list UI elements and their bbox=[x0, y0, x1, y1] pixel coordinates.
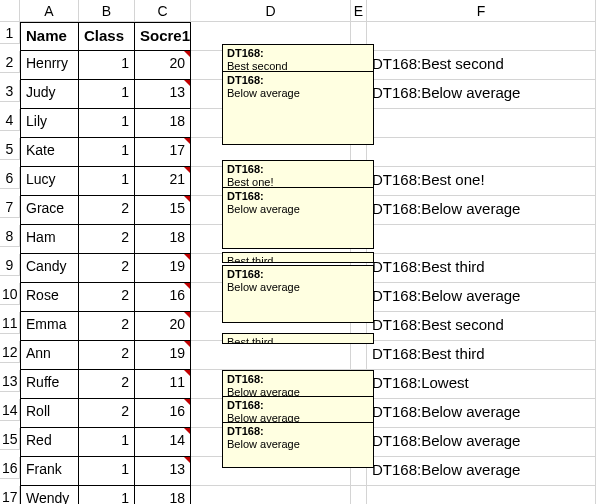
cell-f1[interactable] bbox=[367, 22, 596, 51]
cell-c17[interactable]: 18 bbox=[135, 486, 191, 504]
comment-indicator-icon[interactable] bbox=[184, 167, 190, 173]
cell-f11[interactable]: DT168:Best second bbox=[367, 312, 596, 341]
cell-c11[interactable]: 20 bbox=[135, 312, 191, 341]
cell-a11[interactable]: Emma bbox=[20, 312, 79, 341]
cell-b2[interactable]: 1 bbox=[79, 51, 135, 80]
cell-a4[interactable]: Lily bbox=[20, 109, 79, 138]
cell-a16[interactable]: Frank bbox=[20, 457, 79, 486]
row-header-7[interactable]: 7 bbox=[0, 196, 20, 218]
comment-indicator-icon[interactable] bbox=[184, 457, 190, 463]
cell-c15[interactable]: 14 bbox=[135, 428, 191, 457]
cell-f15[interactable]: DT168:Below average bbox=[367, 428, 596, 457]
col-header-b[interactable]: B bbox=[79, 0, 135, 22]
cell-f4[interactable] bbox=[367, 109, 596, 138]
cell-b4[interactable]: 1 bbox=[79, 109, 135, 138]
comment-indicator-icon[interactable] bbox=[184, 196, 190, 202]
col-header-c[interactable]: C bbox=[135, 0, 191, 22]
cell-a1[interactable]: Name bbox=[20, 22, 79, 51]
cell-a14[interactable]: Roll bbox=[20, 399, 79, 428]
comment-indicator-icon[interactable] bbox=[184, 283, 190, 289]
cell-f17[interactable] bbox=[367, 486, 596, 504]
cell-f3[interactable]: DT168:Below average bbox=[367, 80, 596, 109]
row-header-10[interactable]: 10 bbox=[0, 283, 20, 305]
cell-f2[interactable]: DT168:Best second bbox=[367, 51, 596, 80]
row-header-8[interactable]: 8 bbox=[0, 225, 20, 247]
cell-b6[interactable]: 1 bbox=[79, 167, 135, 196]
row-header-3[interactable]: 3 bbox=[0, 80, 20, 102]
comment-indicator-icon[interactable] bbox=[184, 254, 190, 260]
cell-c10[interactable]: 16 bbox=[135, 283, 191, 312]
cell-b9[interactable]: 2 bbox=[79, 254, 135, 283]
row-header-5[interactable]: 5 bbox=[0, 138, 20, 160]
cell-f12[interactable]: DT168:Best third bbox=[367, 341, 596, 370]
cell-c5[interactable]: 17 bbox=[135, 138, 191, 167]
cell-b3[interactable]: 1 bbox=[79, 80, 135, 109]
comment-indicator-icon[interactable] bbox=[184, 341, 190, 347]
cell-c6[interactable]: 21 bbox=[135, 167, 191, 196]
col-header-e[interactable]: E bbox=[351, 0, 367, 22]
cell-f8[interactable] bbox=[367, 225, 596, 254]
cell-b16[interactable]: 1 bbox=[79, 457, 135, 486]
cell-c3[interactable]: 13 bbox=[135, 80, 191, 109]
cell-c9[interactable]: 19 bbox=[135, 254, 191, 283]
row-header-11[interactable]: 11 bbox=[0, 312, 20, 334]
row-header-13[interactable]: 13 bbox=[0, 370, 20, 392]
cell-b13[interactable]: 2 bbox=[79, 370, 135, 399]
cell-c4[interactable]: 18 bbox=[135, 109, 191, 138]
cell-c12[interactable]: 19 bbox=[135, 341, 191, 370]
cell-a2[interactable]: Henrry bbox=[20, 51, 79, 80]
cell-a8[interactable]: Ham bbox=[20, 225, 79, 254]
comment-indicator-icon[interactable] bbox=[184, 312, 190, 318]
row-header-6[interactable]: 6 bbox=[0, 167, 20, 189]
cell-f13[interactable]: DT168:Lowest bbox=[367, 370, 596, 399]
cell-a15[interactable]: Red bbox=[20, 428, 79, 457]
row-header-12[interactable]: 12 bbox=[0, 341, 20, 363]
row-header-17[interactable]: 17 bbox=[0, 486, 20, 504]
cell-a5[interactable]: Kate bbox=[20, 138, 79, 167]
cell-f16[interactable]: DT168:Below average bbox=[367, 457, 596, 486]
cell-c16[interactable]: 13 bbox=[135, 457, 191, 486]
comment-indicator-icon[interactable] bbox=[184, 80, 190, 86]
cell-f6[interactable]: DT168:Best one! bbox=[367, 167, 596, 196]
cell-c8[interactable]: 18 bbox=[135, 225, 191, 254]
cell-b17[interactable]: 1 bbox=[79, 486, 135, 504]
cell-c1[interactable]: Socre1 bbox=[135, 22, 191, 51]
comment-indicator-icon[interactable] bbox=[184, 51, 190, 57]
cell-c2[interactable]: 20 bbox=[135, 51, 191, 80]
cell-b11[interactable]: 2 bbox=[79, 312, 135, 341]
cell-f10[interactable]: DT168:Below average bbox=[367, 283, 596, 312]
cell-b12[interactable]: 2 bbox=[79, 341, 135, 370]
cell-b1[interactable]: Class bbox=[79, 22, 135, 51]
col-header-f[interactable]: F bbox=[367, 0, 596, 22]
cell-b15[interactable]: 1 bbox=[79, 428, 135, 457]
cell-a12[interactable]: Ann bbox=[20, 341, 79, 370]
cell-f5[interactable] bbox=[367, 138, 596, 167]
cell-f7[interactable]: DT168:Below average bbox=[367, 196, 596, 225]
cell-b5[interactable]: 1 bbox=[79, 138, 135, 167]
cell-d12[interactable] bbox=[191, 341, 351, 370]
cell-e17[interactable] bbox=[351, 486, 367, 504]
cell-a13[interactable]: Ruffe bbox=[20, 370, 79, 399]
cell-f9[interactable]: DT168:Best third bbox=[367, 254, 596, 283]
cell-f14[interactable]: DT168:Below average bbox=[367, 399, 596, 428]
comment-indicator-icon[interactable] bbox=[184, 138, 190, 144]
comment-indicator-icon[interactable] bbox=[184, 370, 190, 376]
col-header-a[interactable]: A bbox=[20, 0, 79, 22]
row-header-4[interactable]: 4 bbox=[0, 109, 20, 131]
cell-c7[interactable]: 15 bbox=[135, 196, 191, 225]
cell-b8[interactable]: 2 bbox=[79, 225, 135, 254]
cell-a6[interactable]: Lucy bbox=[20, 167, 79, 196]
cell-a10[interactable]: Rose bbox=[20, 283, 79, 312]
cell-b14[interactable]: 2 bbox=[79, 399, 135, 428]
cell-a9[interactable]: Candy bbox=[20, 254, 79, 283]
comment-indicator-icon[interactable] bbox=[184, 428, 190, 434]
col-header-d[interactable]: D bbox=[191, 0, 351, 22]
row-header-1[interactable]: 1 bbox=[0, 22, 20, 44]
row-header-15[interactable]: 15 bbox=[0, 428, 20, 450]
cell-b7[interactable]: 2 bbox=[79, 196, 135, 225]
cell-b10[interactable]: 2 bbox=[79, 283, 135, 312]
comment-indicator-icon[interactable] bbox=[184, 399, 190, 405]
row-header-16[interactable]: 16 bbox=[0, 457, 20, 479]
cell-c13[interactable]: 11 bbox=[135, 370, 191, 399]
row-header-14[interactable]: 14 bbox=[0, 399, 20, 421]
